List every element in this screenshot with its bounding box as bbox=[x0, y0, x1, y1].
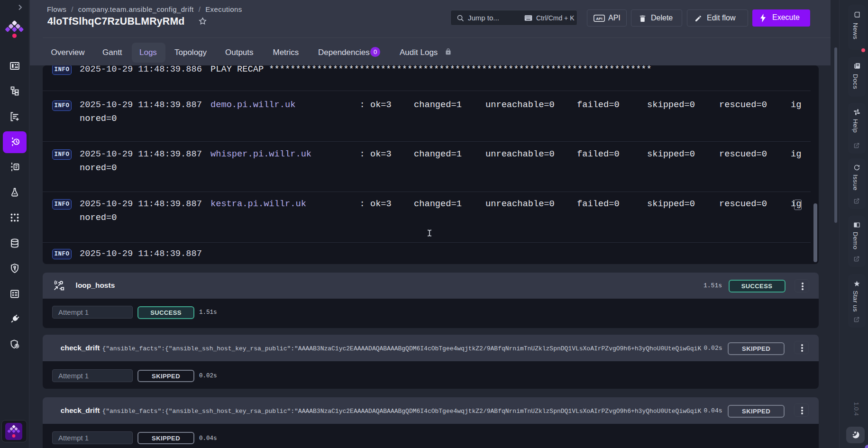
svg-text:API: API bbox=[596, 17, 602, 21]
